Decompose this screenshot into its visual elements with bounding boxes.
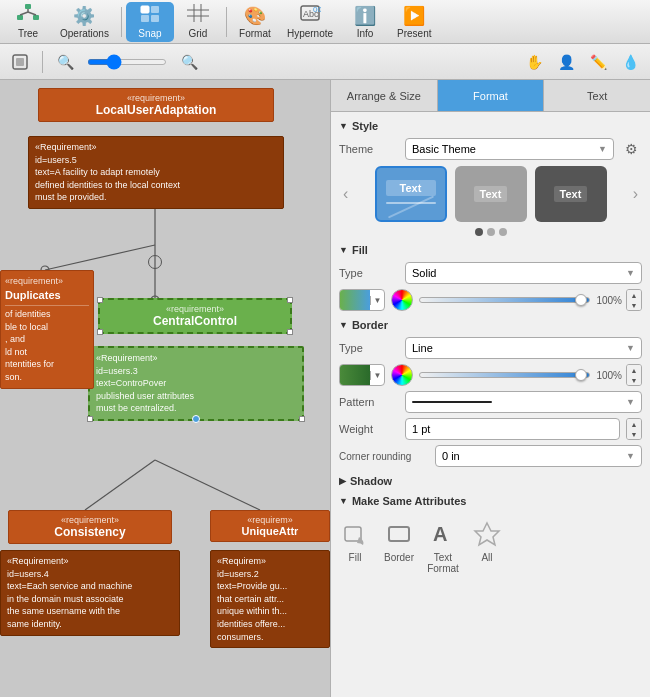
border-opacity-down[interactable]: ▼	[627, 375, 641, 385]
theme-select[interactable]: Basic Theme ▼	[405, 138, 614, 160]
theme-gear-button[interactable]: ⚙	[620, 138, 642, 160]
cc-body-text: id=users.3text=ControPoverpublished user…	[96, 365, 296, 415]
panel-content: ▼ Style Theme Basic Theme ▼ ⚙ ‹ Text	[331, 112, 650, 697]
connection-point-bottom[interactable]	[192, 415, 200, 423]
make-same-triangle: ▼	[339, 496, 348, 506]
fill-opacity-stepper[interactable]: ▲ ▼	[626, 289, 642, 311]
node-central-control-body[interactable]: «Requirement» id=users.3text=ControPover…	[88, 346, 304, 421]
border-opacity-track[interactable]	[419, 372, 590, 378]
svg-rect-6	[141, 6, 149, 13]
canvas-view-btn[interactable]	[6, 49, 34, 75]
toolbar-grid[interactable]: Grid	[174, 2, 222, 42]
con-body-stereotype: «Requirement»	[7, 555, 173, 568]
secondary-toolbar: 🔍 🔍 ✋ 👤 ✏️ 💧	[0, 44, 650, 80]
zoom-in-btn[interactable]: 🔍	[175, 49, 203, 75]
theme-card-3[interactable]: Text	[535, 166, 607, 222]
fill-color-swatch[interactable]: ▼	[339, 289, 385, 311]
make-same-all-icon	[471, 517, 503, 549]
node-uniqueattr-header: «requirem» UniqueAttr	[210, 510, 330, 542]
shadow-section-header[interactable]: ▶ Shadow	[339, 475, 642, 487]
resize-handle-bl2[interactable]	[87, 416, 93, 422]
weight-stepper[interactable]: ▲ ▼	[626, 418, 642, 440]
tab-text-label: Text	[587, 90, 607, 102]
theme-card-1[interactable]: Text	[375, 166, 447, 222]
border-type-value: Line	[412, 342, 433, 354]
corner-select[interactable]: 0 in ▼	[435, 445, 642, 467]
border-opacity-up[interactable]: ▲	[627, 365, 641, 375]
weight-input[interactable]: 1 pt	[405, 418, 620, 440]
zoom-slider[interactable]	[87, 59, 167, 65]
resize-handle-br[interactable]	[287, 329, 293, 335]
fill-type-select[interactable]: Solid ▼	[405, 262, 642, 284]
svg-line-20	[45, 245, 155, 270]
format-icon: 🎨	[244, 5, 266, 27]
svg-line-5	[28, 12, 36, 15]
make-same-all[interactable]: All	[471, 517, 503, 574]
hand-tool[interactable]: ✋	[520, 49, 548, 75]
fill-opacity-down[interactable]: ▼	[627, 300, 641, 310]
dup-stereotype: «requirement»	[5, 275, 89, 288]
style-section-label: Style	[352, 120, 378, 132]
border-color-swatch[interactable]: ▼	[339, 364, 385, 386]
border-section-header[interactable]: ▼ Border	[339, 319, 642, 331]
theme-card-2[interactable]: Text	[455, 166, 527, 222]
border-rainbow-button[interactable]	[391, 364, 413, 386]
style-section-header[interactable]: ▼ Style	[339, 120, 642, 132]
border-type-select[interactable]: Line ▼	[405, 337, 642, 359]
border-section-label: Border	[352, 319, 388, 331]
make-same-fill-label: Fill	[349, 552, 362, 563]
con-title: Consistency	[11, 525, 169, 539]
toolbar-format[interactable]: 🎨 Format	[231, 2, 279, 42]
toolbar-snap[interactable]: Snap	[126, 2, 174, 42]
pen-tool[interactable]: ✏️	[584, 49, 612, 75]
node-duplicates: «requirement» Duplicates of identitiesbl…	[0, 270, 94, 389]
border-opacity-stepper[interactable]: ▲ ▼	[626, 364, 642, 386]
weight-up[interactable]: ▲	[627, 419, 641, 429]
weight-value: 1 pt	[412, 423, 613, 435]
user-icon[interactable]: 👤	[552, 49, 580, 75]
dup-title: Duplicates	[5, 288, 89, 303]
fill-opacity-track[interactable]	[419, 297, 590, 303]
theme-preview: ‹ Text Text	[339, 166, 642, 222]
lu-body-text: id=users.5text=A facility to adapt remot…	[35, 154, 277, 204]
canvas-area[interactable]: «requirement» LocalUserAdaptation «Requi…	[0, 80, 330, 697]
toolbar-present[interactable]: ▶️ Present	[389, 2, 439, 42]
make-same-border[interactable]: Border	[383, 517, 415, 574]
theme-prev-button[interactable]: ‹	[339, 181, 352, 207]
operations-icon: ⚙️	[73, 5, 95, 27]
make-same-text-format[interactable]: A TextFormat	[427, 517, 459, 574]
resize-handle-tl[interactable]	[97, 297, 103, 303]
make-same-border-icon	[383, 517, 415, 549]
dropper-tool[interactable]: 💧	[616, 49, 644, 75]
tab-arrange-size[interactable]: Arrange & Size	[331, 80, 438, 111]
chevron-down-icon: ▼	[598, 144, 607, 154]
border-opacity-value: 100%	[594, 370, 622, 381]
theme-dot-1	[475, 228, 483, 236]
resize-handle-tr[interactable]	[287, 297, 293, 303]
make-same-all-label: All	[481, 552, 492, 563]
resize-handle-br2[interactable]	[299, 416, 305, 422]
theme-row: Theme Basic Theme ▼ ⚙	[339, 138, 642, 160]
fill-rainbow-button[interactable]	[391, 289, 413, 311]
make-same-section-header[interactable]: ▼ Make Same Attributes	[339, 495, 642, 507]
fill-opacity-up[interactable]: ▲	[627, 290, 641, 300]
svg-text:A: A	[433, 523, 447, 545]
toolbar-info[interactable]: ℹ️ Info	[341, 2, 389, 42]
weight-row: Weight 1 pt ▲ ▼	[339, 418, 642, 440]
toolbar-tree[interactable]: Tree	[4, 2, 52, 42]
pattern-select[interactable]: ▼	[405, 391, 642, 413]
grid-icon	[187, 4, 209, 27]
tab-format[interactable]: Format	[438, 80, 545, 111]
toolbar-hypernote[interactable]: Abc00 Hypernote	[279, 2, 341, 42]
node-central-control-header[interactable]: «requirement» CentralControl	[98, 298, 292, 334]
fill-section-header[interactable]: ▼ Fill	[339, 244, 642, 256]
weight-down[interactable]: ▼	[627, 429, 641, 439]
main-toolbar: Tree ⚙️ Operations Snap Grid 🎨 Format Ab…	[0, 0, 650, 44]
resize-handle-bl[interactable]	[97, 329, 103, 335]
make-same-fill[interactable]: Fill	[339, 517, 371, 574]
tab-text[interactable]: Text	[544, 80, 650, 111]
toolbar-operations[interactable]: ⚙️ Operations	[52, 2, 117, 42]
theme-next-button[interactable]: ›	[629, 181, 642, 207]
svg-line-22	[155, 460, 260, 510]
zoom-out-btn[interactable]: 🔍	[51, 49, 79, 75]
